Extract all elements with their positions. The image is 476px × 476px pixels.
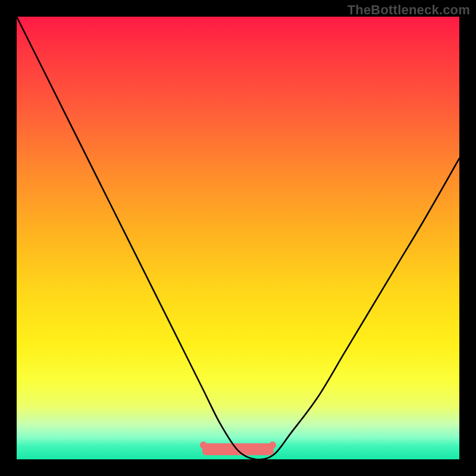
bottleneck-curve <box>17 17 459 459</box>
watermark-text: TheBottleneck.com <box>347 2 470 18</box>
curve-path <box>17 17 459 459</box>
plot-area <box>17 17 459 459</box>
chart-frame: TheBottleneck.com <box>0 0 476 476</box>
